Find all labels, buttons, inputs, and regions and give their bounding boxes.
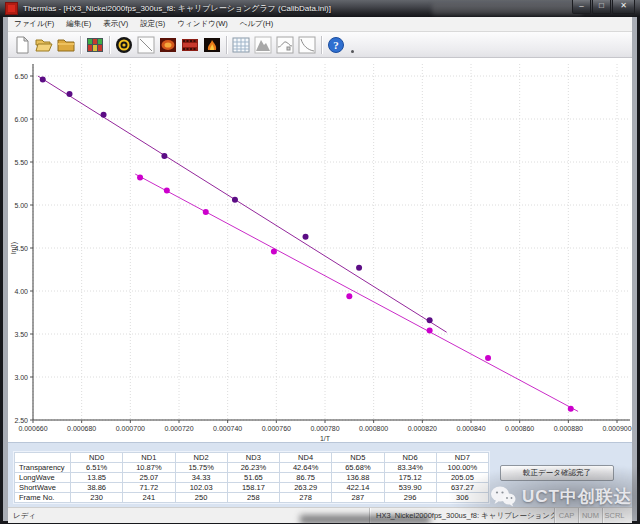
menu-view[interactable]: 表示(V) — [97, 17, 134, 31]
y-axis-label: ln(I) — [10, 242, 18, 254]
histogram-icon — [254, 36, 272, 54]
y-tick-label: 4.00 — [14, 288, 28, 295]
table-cell: 296 — [384, 493, 436, 503]
table-cell: 287 — [332, 493, 384, 503]
table-cell: 15.75% — [175, 463, 227, 473]
menu-file[interactable]: ファイル(F) — [8, 17, 60, 31]
toolbar-separator — [226, 36, 227, 54]
save-folder-button[interactable] — [55, 34, 77, 56]
y-tick-label: 6.50 — [14, 73, 28, 80]
app-icon — [5, 2, 18, 15]
table-row: Transparency6.51%10.87%15.75%26.23%42.64… — [15, 463, 489, 473]
data-point-shortwave — [356, 265, 362, 271]
data-point-shortwave — [40, 76, 46, 82]
menu-settings[interactable]: 設定(S) — [134, 17, 171, 31]
table-cell: 241 — [123, 493, 175, 503]
new-file-icon — [13, 36, 31, 54]
data-point-shortwave — [232, 197, 238, 203]
table-header-cell: ND5 — [332, 453, 384, 463]
calibration-chart: 0.0006600.0006800.0007000.0007200.000740… — [8, 58, 632, 442]
data-grid-button[interactable] — [230, 34, 252, 56]
table-header-cell: ND2 — [175, 453, 227, 463]
thermal-image-button[interactable] — [157, 34, 179, 56]
table-cell: 100.00% — [436, 463, 488, 473]
table-cell: 258 — [227, 493, 279, 503]
y-tick-label: 2.50 — [14, 417, 28, 424]
status-cap: CAP — [554, 508, 578, 523]
table-cell: 102.03 — [175, 483, 227, 493]
table-row: LongWave13.8525.0734.3351.6586.75136.881… — [15, 473, 489, 483]
blurred-region — [432, 3, 582, 15]
x-tick-label: 0.000740 — [213, 425, 242, 432]
new-file-button[interactable] — [11, 34, 33, 56]
x-tick-label: 0.000680 — [67, 425, 96, 432]
table-cell: 71.72 — [123, 483, 175, 493]
status-scrl: SCRL — [602, 508, 626, 523]
help-icon: ? — [327, 36, 345, 54]
toolbar-separator — [109, 36, 110, 54]
filmstrip-icon — [181, 36, 199, 54]
table-cell: 6.51% — [71, 463, 123, 473]
status-document: HX3_Nickel2000fps_300us_f8: キャリブレーショングラフ — [369, 508, 554, 523]
close-button[interactable]: ✕ — [612, 0, 635, 14]
fit-line-longwave — [135, 174, 578, 411]
toolbar-overflow-dot[interactable] — [351, 50, 354, 53]
data-point-longwave — [427, 328, 433, 334]
table-row-label: ShortWave — [15, 483, 71, 493]
decay-curve-button[interactable] — [296, 34, 318, 56]
table-cell: 10.87% — [123, 463, 175, 473]
x-tick-label: 0.000780 — [310, 425, 339, 432]
open-folder-button[interactable] — [33, 34, 55, 56]
y-tick-label: 3.00 — [14, 374, 28, 381]
table-cell: 306 — [436, 493, 488, 503]
thermal-view-icon — [203, 36, 221, 54]
data-grid-icon — [232, 36, 250, 54]
menu-window[interactable]: ウィンドウ(W) — [171, 17, 233, 31]
table-cell: 278 — [280, 493, 332, 503]
calibration-table[interactable]: ND0ND1ND2ND3ND4ND5ND6ND7Transparency6.51… — [14, 452, 489, 503]
table-cell: 250 — [175, 493, 227, 503]
menu-edit[interactable]: 編集(E) — [60, 17, 97, 31]
line-graph-button[interactable] — [135, 34, 157, 56]
thermal-view-button[interactable] — [201, 34, 223, 56]
toolbar-separator — [321, 36, 322, 54]
table-cell: 230 — [71, 493, 123, 503]
x-tick-label: 0.000720 — [164, 425, 193, 432]
bottom-panel: ND0ND1ND2ND3ND4ND5ND6ND7Transparency6.51… — [8, 442, 632, 507]
data-point-longwave — [485, 355, 491, 361]
table-cell: 83.34% — [384, 463, 436, 473]
confirm-button[interactable]: 較正データ確認完了 — [500, 465, 614, 481]
minimize-button[interactable]: – — [572, 0, 591, 14]
table-cell: 86.75 — [280, 473, 332, 483]
data-point-shortwave — [161, 153, 167, 159]
data-point-shortwave — [427, 317, 433, 323]
x-tick-label: 0.000900 — [602, 425, 631, 432]
profile-curve-icon — [276, 36, 294, 54]
y-tick-label: 5.00 — [14, 202, 28, 209]
filmstrip-button[interactable] — [179, 34, 201, 56]
table-cell: 25.07 — [123, 473, 175, 483]
table-header-cell — [15, 453, 71, 463]
chart-svg: 0.0006600.0006800.0007000.0007200.000740… — [8, 58, 632, 442]
table-cell: 422.14 — [332, 483, 384, 493]
sensor-grid-button[interactable] — [84, 34, 106, 56]
decay-curve-icon — [298, 36, 316, 54]
svg-text:?: ? — [333, 39, 339, 51]
table-cell: 136.88 — [332, 473, 384, 483]
table-row-label: LongWave — [15, 473, 71, 483]
table-header-cell: ND3 — [227, 453, 279, 463]
profile-curve-button[interactable] — [274, 34, 296, 56]
fit-line-shortwave — [38, 76, 447, 332]
menu-help[interactable]: ヘルプ(H) — [234, 17, 279, 31]
data-point-longwave — [568, 406, 574, 412]
histogram-button[interactable] — [252, 34, 274, 56]
maximize-button[interactable]: □ — [592, 0, 611, 14]
app-window: Thermias - [HX3_Nickel2000fps_300us_f8: … — [0, 0, 640, 524]
table-row-label: Transparency — [15, 463, 71, 473]
target-button[interactable] — [113, 34, 135, 56]
table-row: ShortWave38.8671.72102.03158.17263.29422… — [15, 483, 489, 493]
y-tick-label: 6.00 — [14, 116, 28, 123]
x-tick-label: 0.000820 — [408, 425, 437, 432]
table-cell: 539.90 — [384, 483, 436, 493]
help-button[interactable]: ? — [325, 34, 347, 56]
